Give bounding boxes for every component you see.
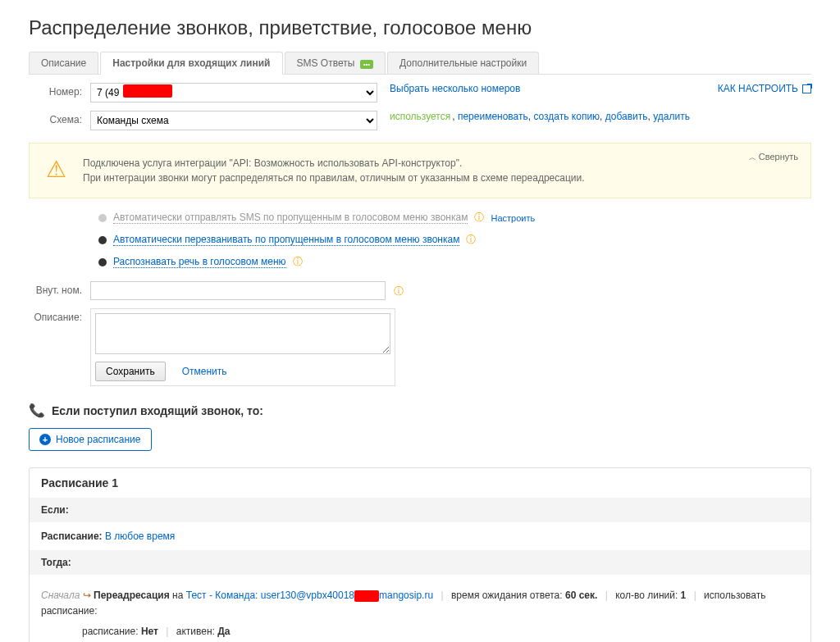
internal-number-label: Внут. ном. [29,281,90,296]
select-multiple-numbers-link[interactable]: Выбрать несколько номеров [390,83,520,94]
warning-line2: При интеграции звонки могут распределять… [83,171,585,185]
tabs: Описание Настройки для входящих линий SM… [29,52,811,75]
info-icon[interactable]: ⓘ [394,285,404,298]
radio-icon[interactable] [98,214,107,222]
schedule-card: Расписание 1 Если: Расписание: В любое в… [29,467,811,642]
first-label: Сначала [41,590,80,601]
external-link-icon [802,84,811,93]
description-label: Описание: [29,308,90,323]
warning-line1: Подключена услуга интеграции "API: Возмо… [83,156,585,171]
active-label: активен: [176,626,215,637]
schedule-value-link[interactable]: В любое время [105,530,175,542]
lines-value: 1 [681,590,687,601]
option-speech-recog-link[interactable]: Распознавать речь в голосовом меню [113,256,286,268]
redirect-label: Переадресация [94,590,170,601]
radio-icon[interactable] [98,258,107,266]
info-icon[interactable]: ⓘ [466,233,476,247]
arrow-icon: ↪ [83,590,91,601]
scheme-rename-link[interactable]: переименовать [458,111,528,122]
tab-additional-settings[interactable]: Дополнительные настройки [387,52,539,74]
use-schedule-value: Нет [141,626,158,637]
scheme-select[interactable]: Команды схема [90,111,377,130]
active-value: Да [217,626,230,637]
schedule-if-header: Если: [30,498,810,522]
info-icon[interactable]: ⓘ [293,255,303,269]
cancel-link[interactable]: Отменить [182,366,227,377]
option-auto-sms-link[interactable]: Автоматически отправлять SMS по пропущен… [113,212,468,224]
info-icon[interactable]: ⓘ [474,211,484,225]
wait-label: время ожидания ответа: [451,590,563,601]
save-button[interactable]: Сохранить [95,362,166,381]
tab-sms-label: SMS Ответы [297,57,355,69]
number-label: Номер: [29,83,90,98]
collapse-link[interactable]: ︿ Свернуть [749,152,798,163]
how-to-configure-link[interactable]: КАК НАСТРОИТЬ [718,83,811,94]
sms-badge: ••• [360,60,373,69]
scheme-label: Схема: [29,111,90,125]
scheme-used: используется [390,111,450,122]
scheme-delete-link[interactable]: удалить [653,111,690,122]
internal-number-input[interactable] [90,281,386,300]
radio-icon[interactable] [98,236,107,244]
wait-value: 60 сек. [565,590,597,601]
integration-warning: ⚠ Подключена услуга интеграции "API: Воз… [29,143,811,198]
incoming-call-icon: 📞 [29,403,45,418]
redirect-target-link[interactable]: Тест - Команда: user130@vpbx40018mangosi… [186,590,436,601]
new-schedule-button[interactable]: + Новое расписание [29,428,152,451]
scheme-add-link[interactable]: добавить [605,111,648,122]
warning-icon: ⚠ [46,156,66,185]
option-auto-callback-link[interactable]: Автоматически перезванивать по пропущенн… [113,234,459,246]
option-auto-sms-configure[interactable]: Настроить [491,213,535,223]
schedule-title: Расписание 1 [30,468,810,498]
lines-label: кол-во линий: [615,590,678,601]
schedule-label: Расписание: [41,530,103,542]
schedule-then-header: Тогда: [30,550,810,575]
scheme-copy-link[interactable]: создать копию [533,111,600,122]
plus-icon: + [39,434,51,445]
description-textarea[interactable] [95,313,390,354]
tab-description[interactable]: Описание [29,52,98,74]
incoming-call-heading: Если поступил входящий звонок, то: [52,404,263,417]
tab-sms-answers[interactable]: SMS Ответы ••• [285,52,386,74]
page-title: Распределение звонков, приветствие, голо… [29,16,811,39]
tab-incoming-settings[interactable]: Настройки для входящих линий [100,52,282,75]
